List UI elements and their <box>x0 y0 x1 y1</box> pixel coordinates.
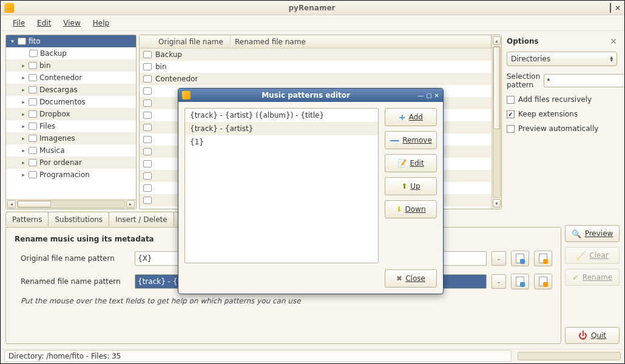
folder-icon <box>143 63 152 70</box>
rename-button[interactable]: ✔Rename <box>565 269 620 286</box>
window-close-button[interactable]: × <box>615 4 621 12</box>
status-text: Directory: /home/fito - Files: 35 <box>4 350 512 362</box>
folder-icon <box>143 99 152 107</box>
scroll-thumb[interactable] <box>18 201 51 207</box>
expander-icon[interactable]: ▸ <box>21 160 26 166</box>
edit-icon <box>539 277 547 286</box>
tree-item[interactable]: ▸ Contenedor <box>6 72 136 84</box>
patterns-hint: Put the mouse over the text fields to ge… <box>15 297 552 305</box>
renamed-pattern-edit-button[interactable] <box>534 274 552 289</box>
expander-icon[interactable]: ▸ <box>21 75 26 81</box>
preview-auto-checkbox[interactable] <box>507 125 515 133</box>
column-original[interactable]: Original file name <box>154 35 231 48</box>
list-item[interactable]: bin <box>140 61 492 73</box>
expander-icon[interactable]: ▸ <box>21 111 26 117</box>
tab-patterns[interactable]: Patterns <box>5 212 49 226</box>
expander-icon[interactable]: ▸ <box>21 123 26 129</box>
expander-icon[interactable]: ▸ <box>21 172 26 178</box>
down-button[interactable]: ⬇Down <box>385 200 437 218</box>
filelist-vscrollbar[interactable]: ▴ ▾ <box>492 35 501 209</box>
edit-icon: 📝 <box>397 159 407 167</box>
edit-button[interactable]: 📝Edit <box>385 154 437 172</box>
tab-substitutions[interactable]: Substitutions <box>48 212 109 226</box>
tree-hscrollbar[interactable]: ◂ ▸ <box>6 199 136 209</box>
column-renamed[interactable]: Renamed file name <box>231 35 492 48</box>
tree-root[interactable]: ▾ fito <box>6 35 136 47</box>
menu-file[interactable]: File <box>8 17 30 29</box>
dialog-minimize-button[interactable]: — <box>417 92 424 99</box>
remove-button[interactable]: —Remove <box>385 131 437 149</box>
close-button[interactable]: ✖Close <box>385 269 437 288</box>
orig-pattern-save-button[interactable] <box>511 251 529 266</box>
pattern-item[interactable]: {track} - {artist} <box>185 122 378 135</box>
list-item[interactable]: Contenedor <box>140 73 492 85</box>
folder-icon <box>143 197 152 204</box>
scroll-thumb[interactable] <box>493 47 500 129</box>
expander-icon[interactable]: ▸ <box>21 147 26 153</box>
pattern-item[interactable]: {1} <box>185 135 378 149</box>
tree-item[interactable]: ▸ Por ordenar <box>6 157 136 169</box>
tree-item[interactable]: ▸ Descargas <box>6 84 136 96</box>
quit-button[interactable]: ⏻Quit <box>565 327 620 344</box>
options-title: Options <box>507 37 539 46</box>
clear-button[interactable]: 🧹Clear <box>565 247 620 264</box>
tab-insert-delete[interactable]: Insert / Delete <box>109 212 174 226</box>
dialog-title: Music patterns editor <box>194 91 417 99</box>
menu-help[interactable]: Help <box>88 17 114 29</box>
expander-icon[interactable]: ▸ <box>21 87 26 93</box>
orig-pattern-dropdown[interactable]: ⌄ <box>492 251 506 266</box>
menu-view[interactable]: View <box>58 17 85 29</box>
tree-item[interactable]: ▸ bin <box>6 59 136 72</box>
selection-pattern-input[interactable] <box>544 74 625 87</box>
folder-icon <box>143 136 152 143</box>
menu-edit[interactable]: Edit <box>32 17 56 29</box>
scroll-down-icon[interactable]: ▾ <box>493 199 501 207</box>
tree-item[interactable]: ▸ Musica <box>6 144 136 157</box>
add-button[interactable]: +Add <box>385 108 437 126</box>
patterns-list[interactable]: {track} - {artist} ({album}) - {title} {… <box>184 108 379 263</box>
tree-label: Files <box>39 122 55 130</box>
tree-item[interactable]: ▸ Imagenes <box>6 132 136 144</box>
scroll-right-icon[interactable]: ▸ <box>126 200 135 208</box>
dialog-titlebar[interactable]: Music patterns editor — ▢ ✕ <box>178 89 443 102</box>
folder-icon <box>29 62 37 69</box>
dialog-close-button[interactable]: ✕ <box>434 92 439 99</box>
orig-pattern-edit-button[interactable] <box>534 251 552 266</box>
window-maximize-button[interactable] <box>610 4 611 12</box>
tree-item[interactable]: ▸ Documentos <box>6 96 136 108</box>
tree-item[interactable]: ▸ Dropbox <box>6 108 136 120</box>
tree-item[interactable]: ▸ Programacion <box>6 169 136 181</box>
options-close-icon[interactable]: ✕ <box>610 36 617 46</box>
arrow-down-icon: ⬇ <box>396 205 402 214</box>
folder-icon <box>143 124 152 131</box>
tree-label: bin <box>39 61 51 70</box>
add-recursive-checkbox[interactable] <box>507 96 515 104</box>
scroll-up-icon[interactable]: ▴ <box>493 36 501 45</box>
list-item[interactable]: Backup <box>140 49 492 61</box>
tree-item[interactable]: ▸ Files <box>6 120 136 132</box>
folder-icon <box>29 123 37 130</box>
folder-icon <box>143 160 152 167</box>
keep-extensions-checkbox[interactable]: ✔ <box>507 110 515 118</box>
folder-icon <box>29 74 37 81</box>
options-type-combo[interactable]: Directories ▴▾ <box>507 52 617 66</box>
preview-button[interactable]: 🔍Preview <box>565 225 620 242</box>
renamed-pattern-dropdown[interactable]: ⌄ <box>492 274 506 289</box>
scroll-left-icon[interactable]: ◂ <box>7 200 16 208</box>
expander-icon[interactable]: ▸ <box>21 62 26 69</box>
expander-icon[interactable]: ▸ <box>21 99 26 105</box>
tree-item[interactable]: Backup <box>6 47 136 59</box>
expander-icon[interactable]: ▾ <box>10 38 15 44</box>
expander-icon[interactable]: ▸ <box>21 135 26 141</box>
pattern-item[interactable]: {track} - {artist} ({album}) - {title} <box>185 109 378 122</box>
folder-icon <box>143 87 152 95</box>
dialog-maximize-button[interactable]: ▢ <box>426 92 431 99</box>
folder-icon <box>29 50 38 57</box>
folder-icon <box>143 112 152 119</box>
combo-value: Directories <box>511 55 550 63</box>
up-button[interactable]: ⬆Up <box>385 177 437 195</box>
orig-pattern-label: Original file name pattern <box>15 254 130 263</box>
renamed-pattern-save-button[interactable] <box>511 274 529 289</box>
add-recursive-label: Add files recursively <box>518 95 592 104</box>
folder-icon <box>29 159 37 166</box>
